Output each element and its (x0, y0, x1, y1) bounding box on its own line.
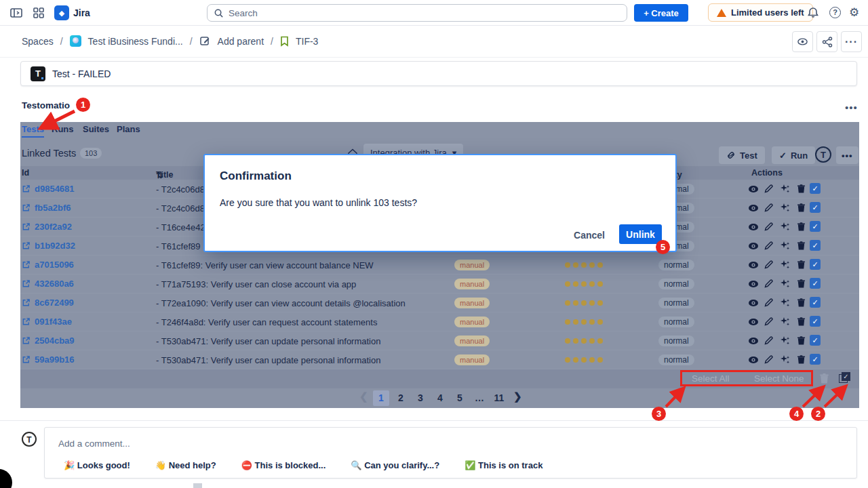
row-checkbox[interactable]: ✓ (810, 335, 821, 346)
edit-test-icon[interactable] (764, 298, 774, 308)
delete-test-icon[interactable] (796, 222, 807, 232)
quick-reply-chip[interactable]: ⛔ This is blocked... (241, 460, 326, 470)
row-checkbox[interactable]: ✓ (810, 259, 821, 270)
widget-menu-icon[interactable]: ••• (845, 102, 858, 113)
bulk-select-icon[interactable]: ✓ (839, 372, 850, 384)
test-id-link[interactable]: b1b92d32 (22, 241, 75, 251)
delete-test-icon[interactable] (796, 298, 807, 308)
ai-sparkles-icon[interactable] (780, 241, 791, 251)
app-name[interactable]: Jira (73, 7, 90, 18)
tab-runs[interactable]: Runs (52, 124, 74, 134)
view-test-icon[interactable] (748, 317, 759, 327)
row-checkbox[interactable]: ✓ (810, 354, 821, 365)
pagination-page-…[interactable]: … (471, 390, 488, 406)
row-checkbox[interactable]: ✓ (810, 240, 821, 251)
delete-test-icon[interactable] (796, 354, 807, 365)
ai-sparkles-icon[interactable] (780, 336, 791, 346)
help-icon[interactable]: ? (829, 7, 841, 18)
view-test-icon[interactable] (748, 260, 759, 270)
table-more-button[interactable]: ••• (836, 146, 859, 164)
search-input[interactable]: Search (207, 4, 627, 22)
test-id-link[interactable]: 2504cba9 (22, 336, 75, 346)
breadcrumb-issue-key[interactable]: TIF-3 (296, 36, 318, 47)
pagination-page-11[interactable]: 11 (491, 390, 507, 406)
jira-logo-icon[interactable]: ◆ (54, 5, 69, 20)
ai-sparkles-icon[interactable] (780, 184, 791, 195)
edit-test-icon[interactable] (764, 354, 774, 365)
sidebar-toggle-icon[interactable] (9, 6, 23, 20)
delete-test-icon[interactable] (796, 336, 807, 346)
test-id-link[interactable]: 230f2a92 (22, 222, 72, 232)
more-actions-button[interactable]: ··· (841, 31, 862, 52)
edit-test-icon[interactable] (764, 184, 774, 195)
unlink-button[interactable]: Unlink (619, 224, 662, 244)
cancel-button[interactable]: Cancel (574, 230, 605, 241)
ai-sparkles-icon[interactable] (780, 203, 791, 214)
tab-plans[interactable]: Plans (117, 124, 140, 134)
comment-box[interactable]: Add a comment... 🎉 Looks good!👋 Need hel… (44, 427, 857, 479)
test-id-link[interactable]: 432680a6 (22, 279, 74, 289)
view-test-icon[interactable] (748, 203, 759, 214)
share-button[interactable] (816, 31, 837, 52)
ai-sparkles-icon[interactable] (780, 260, 791, 270)
row-checkbox[interactable]: ✓ (810, 183, 821, 194)
app-switcher-icon[interactable] (32, 6, 45, 20)
ai-sparkles-icon[interactable] (780, 279, 791, 289)
edit-test-icon[interactable] (764, 203, 774, 214)
view-test-icon[interactable] (748, 184, 759, 195)
test-button[interactable]: Test (719, 146, 765, 164)
delete-test-icon[interactable] (796, 184, 807, 195)
row-checkbox[interactable]: ✓ (810, 221, 821, 232)
breadcrumb-spaces[interactable]: Spaces (22, 36, 54, 47)
create-button[interactable]: + Create (634, 4, 688, 22)
column-id[interactable]: Id (22, 168, 29, 178)
test-failed-banner[interactable]: T Test - FAILED (20, 61, 857, 86)
test-id-link[interactable]: a7015096 (22, 260, 74, 270)
test-id-link[interactable]: 8c672499 (22, 298, 74, 308)
delete-test-icon[interactable] (796, 241, 807, 251)
delete-test-icon[interactable] (796, 317, 807, 327)
test-id-link[interactable]: 59a99b16 (22, 354, 75, 365)
quick-reply-chip[interactable]: 👋 Need help? (155, 460, 216, 470)
pagination-prev[interactable]: ❮ (359, 390, 368, 403)
settings-icon[interactable]: ⚙ (849, 5, 859, 20)
edit-test-icon[interactable] (764, 317, 774, 327)
breadcrumb-add-parent[interactable]: Add parent (218, 36, 264, 47)
tab-suites[interactable]: Suites (83, 124, 109, 134)
bulk-delete-icon[interactable] (818, 373, 830, 384)
pagination-page-5[interactable]: 5 (452, 390, 468, 406)
view-test-icon[interactable] (748, 298, 759, 308)
breadcrumb-space-name[interactable]: Test iBusiness Fundi... (88, 36, 183, 47)
view-test-icon[interactable] (748, 279, 759, 289)
row-checkbox[interactable]: ✓ (810, 316, 821, 327)
test-id-link[interactable]: d9854681 (22, 184, 75, 194)
quick-reply-chip[interactable]: 🔍 Can you clarify...? (351, 460, 439, 470)
pagination-page-3[interactable]: 3 (412, 390, 429, 406)
edit-test-icon[interactable] (764, 260, 774, 270)
edit-test-icon[interactable] (764, 336, 774, 346)
quick-reply-chip[interactable]: ✅ This is on track (465, 460, 542, 470)
view-test-icon[interactable] (748, 336, 759, 346)
ai-sparkles-icon[interactable] (780, 354, 791, 365)
pagination-page-4[interactable]: 4 (432, 390, 448, 406)
delete-test-icon[interactable] (796, 203, 807, 214)
watch-button[interactable] (792, 31, 813, 52)
delete-test-icon[interactable] (796, 260, 807, 270)
delete-test-icon[interactable] (796, 279, 807, 289)
ai-sparkles-icon[interactable] (780, 298, 791, 308)
edit-test-icon[interactable] (764, 279, 774, 289)
row-checkbox[interactable]: ✓ (810, 297, 821, 308)
view-test-icon[interactable] (748, 222, 759, 232)
pagination-next[interactable]: ❯ (513, 390, 522, 403)
tab-tests[interactable]: Tests (22, 124, 44, 138)
run-button[interactable]: ✓ Run (772, 146, 815, 164)
notifications-icon[interactable] (807, 7, 821, 20)
test-id-link[interactable]: fb5a2bf6 (22, 203, 71, 213)
edit-test-icon[interactable] (764, 241, 774, 251)
ai-sparkles-icon[interactable] (780, 222, 791, 232)
edit-test-icon[interactable] (764, 222, 774, 232)
limited-users-warning[interactable]: Limited users left (708, 3, 813, 22)
quick-reply-chip[interactable]: 🎉 Looks good! (64, 460, 130, 470)
pagination-page-1[interactable]: 1 (373, 390, 389, 406)
row-checkbox[interactable]: ✓ (810, 278, 821, 289)
